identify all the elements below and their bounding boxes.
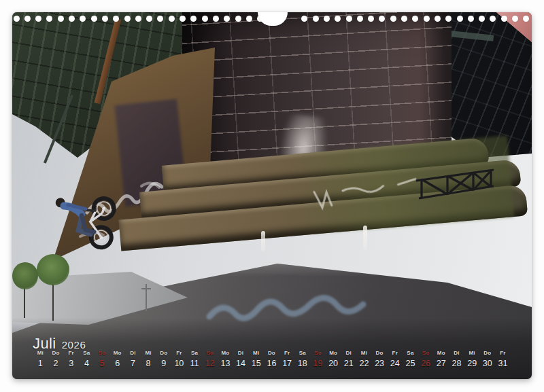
day-number: 28 xyxy=(449,359,464,368)
weekday-label: Mi xyxy=(141,350,156,356)
punch-hole xyxy=(501,16,507,22)
day-number: 4 xyxy=(79,359,95,368)
punch-hole xyxy=(102,16,108,22)
day-number: 1 xyxy=(33,359,48,368)
weekday-label: Mo xyxy=(218,350,233,356)
weekday-label: Mi xyxy=(33,350,48,356)
weekday-label: So xyxy=(418,350,434,356)
punch-hole xyxy=(401,16,407,22)
day-cell: Sa11 xyxy=(187,350,203,368)
day-cell: Sa4 xyxy=(79,350,95,368)
day-cell: Sa18 xyxy=(294,350,310,368)
punch-hole xyxy=(80,16,86,22)
day-cell: So19 xyxy=(310,350,326,368)
punch-hole xyxy=(357,16,363,22)
day-cell: So5 xyxy=(95,350,110,368)
day-cell: Mo6 xyxy=(109,350,125,368)
punch-hole xyxy=(368,16,374,22)
weekday-label: Fr xyxy=(279,350,295,356)
day-number: 24 xyxy=(387,359,403,368)
day-cell: So26 xyxy=(418,350,434,368)
day-cell: Di14 xyxy=(233,350,249,368)
punch-hole xyxy=(135,16,141,22)
day-number: 25 xyxy=(403,359,418,368)
day-cell: Sa25 xyxy=(403,350,418,368)
day-number: 15 xyxy=(248,359,264,368)
day-cell: Do9 xyxy=(156,350,171,368)
weekday-label: Mo xyxy=(433,350,449,356)
day-cell: Mi8 xyxy=(141,350,156,368)
punch-hole xyxy=(324,16,330,22)
weekday-label: Do xyxy=(48,350,64,356)
punch-hole xyxy=(180,16,186,22)
weekday-label: Fr xyxy=(171,350,187,356)
weekday-label: Di xyxy=(341,350,356,356)
day-cell: Fr17 xyxy=(279,350,295,368)
punch-hole xyxy=(157,16,163,22)
punch-hole xyxy=(146,16,152,22)
day-cell: Do2 xyxy=(48,350,64,368)
railing xyxy=(415,163,495,205)
day-cell: Fr31 xyxy=(495,350,511,368)
weekday-label: Do xyxy=(479,350,495,356)
weekday-label: So xyxy=(310,350,326,356)
weekday-label: Sa xyxy=(294,350,310,356)
day-number: 7 xyxy=(125,359,141,368)
year-label: 2026 xyxy=(62,339,86,351)
punch-hole xyxy=(14,16,20,22)
day-number: 3 xyxy=(63,359,79,368)
weekday-label: Mi xyxy=(356,350,372,356)
punch-hole xyxy=(435,16,441,22)
day-cell: Di28 xyxy=(449,350,464,368)
punch-hole xyxy=(46,16,52,22)
weekday-label: Mo xyxy=(109,350,125,356)
punch-hole xyxy=(169,16,175,22)
punch-hole xyxy=(523,16,529,22)
weekday-label: Do xyxy=(156,350,171,356)
day-number: 19 xyxy=(310,359,326,368)
paint-drip xyxy=(363,226,367,250)
day-number: 26 xyxy=(418,359,434,368)
day-number: 9 xyxy=(156,359,171,368)
punch-hole xyxy=(58,16,64,22)
day-number: 30 xyxy=(479,359,495,368)
weekday-label: Sa xyxy=(403,350,418,356)
day-cell: Do16 xyxy=(264,350,279,368)
day-cell: Di21 xyxy=(341,350,356,368)
day-number: 18 xyxy=(294,359,310,368)
punch-hole xyxy=(346,16,352,22)
day-number: 16 xyxy=(264,359,279,368)
punch-hole xyxy=(335,16,341,22)
punch-hole xyxy=(445,16,452,22)
punch-hole xyxy=(468,16,474,22)
day-number: 20 xyxy=(326,359,341,368)
weekday-label: Do xyxy=(372,350,388,356)
punch-hole xyxy=(390,16,396,22)
punch-hole xyxy=(379,16,385,22)
punch-hole xyxy=(412,16,418,22)
day-number: 23 xyxy=(372,359,388,368)
calendar-product-shot: Juli 2026 Mi1Do2Fr3Sa4So5Mo6Di7Mi8Do9Fr1… xyxy=(0,0,544,392)
day-cell: Mo13 xyxy=(218,350,233,368)
day-number: 13 xyxy=(218,359,233,368)
weekday-label: Di xyxy=(233,350,249,356)
weekday-label: So xyxy=(95,350,110,356)
punch-hole xyxy=(35,16,41,22)
day-cell: Mi22 xyxy=(356,350,372,368)
punch-hole xyxy=(69,16,75,22)
day-number: 27 xyxy=(433,359,449,368)
punch-hole xyxy=(91,16,97,22)
punch-hole xyxy=(124,16,131,22)
day-number: 12 xyxy=(202,359,218,368)
punch-hole xyxy=(202,16,208,22)
day-cell: Mo20 xyxy=(326,350,341,368)
weekday-label: Sa xyxy=(79,350,95,356)
punch-hole xyxy=(490,16,496,22)
day-number: 29 xyxy=(464,359,480,368)
punch-hole xyxy=(313,16,319,22)
day-cell: Fr3 xyxy=(63,350,79,368)
weekday-label: Di xyxy=(449,350,464,356)
paint-drip xyxy=(261,231,265,251)
day-number: 17 xyxy=(279,359,295,368)
weekday-label: Mo xyxy=(326,350,341,356)
